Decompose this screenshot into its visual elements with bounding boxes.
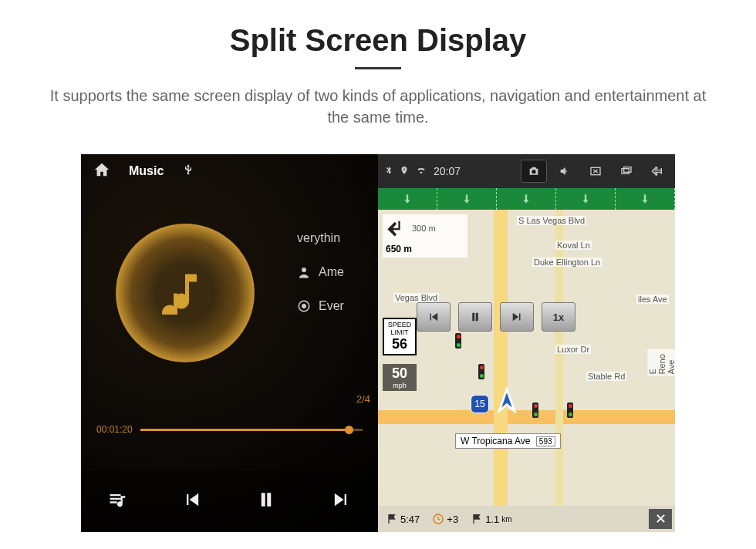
route-badge: 593: [536, 436, 555, 446]
turn-instruction-box: 300 m 650 m: [383, 214, 467, 258]
street-label: iles Ave: [636, 295, 669, 304]
distance-value: 1.1: [485, 514, 499, 525]
music-controls: [81, 470, 378, 532]
distance-unit: km: [501, 515, 511, 524]
flag-icon: [386, 513, 398, 525]
road-tropicana: [378, 410, 675, 424]
turn-distance-1: 300 m: [412, 224, 436, 233]
album-art-circle: [116, 224, 255, 362]
track-row-2[interactable]: Ame: [297, 265, 344, 279]
prev-track-icon[interactable]: [181, 489, 203, 514]
street-sign-tropicana: W Tropicana Ave 593: [455, 433, 561, 449]
svg-point-0: [302, 268, 306, 272]
screenshot-button[interactable]: [521, 160, 547, 183]
eta-value: 5:47: [400, 514, 420, 525]
track-artist: Ame: [319, 265, 344, 279]
current-speed-unit: mph: [384, 382, 415, 389]
bluetooth-icon: [384, 164, 393, 179]
distance-item[interactable]: 1.1 km: [466, 513, 516, 525]
status-bar: 20:07: [378, 154, 675, 188]
street-label: E Reno Ave: [648, 349, 676, 376]
next-track-icon[interactable]: [330, 489, 352, 514]
vehicle-cursor-icon: [494, 387, 520, 416]
overlay-prev-button[interactable]: [417, 302, 451, 332]
music-topbar: Music: [81, 154, 378, 188]
turn-left-icon: [386, 217, 407, 239]
music-panel: Music verythin Ame Ever 2/4: [81, 154, 378, 532]
svg-rect-5: [624, 167, 631, 173]
turn-distance-2: 650 m: [386, 244, 464, 254]
delay-value: +3: [447, 514, 458, 525]
speed-limit-sign: SPEED LIMIT 56: [383, 318, 417, 355]
current-speed-box: 50 mph: [383, 364, 417, 391]
nav-bottom-bar: 5:47 +3 1.1 km ✕: [378, 506, 675, 532]
arrow-down-icon: [521, 191, 532, 207]
track-list: verythin Ame Ever: [297, 231, 344, 333]
track-title: verythin: [297, 231, 340, 245]
split-screen-device: Music verythin Ame Ever 2/4: [81, 154, 675, 532]
navigation-panel: 20:07 S Las Vegas Blvd Koval Ln Duke: [378, 154, 675, 532]
svg-rect-4: [622, 169, 629, 174]
flag-icon: [471, 513, 483, 525]
volume-button[interactable]: [552, 160, 578, 183]
status-time: 20:07: [434, 165, 461, 177]
svg-point-2: [302, 305, 306, 308]
usb-icon[interactable]: [182, 162, 194, 180]
overlay-pause-button[interactable]: [458, 302, 492, 332]
interstate-shield: 15: [471, 395, 489, 413]
overlay-speed-button[interactable]: 1x: [542, 302, 575, 332]
progress-bar[interactable]: [140, 429, 363, 431]
road-lasvegas-blvd: [555, 210, 563, 506]
map-area[interactable]: S Las Vegas Blvd Koval Ln Duke Ellington…: [378, 210, 675, 506]
location-icon: [400, 164, 409, 179]
clock-icon: [432, 513, 444, 525]
street-label: Vegas Blvd: [393, 293, 439, 302]
track-index: 2/4: [356, 393, 370, 405]
street-label: S Las Vegas Blvd: [517, 216, 586, 225]
track-row-3[interactable]: Ever: [297, 299, 344, 313]
page-description: It supports the same screen display of t…: [0, 85, 756, 128]
current-speed-value: 50: [384, 365, 415, 382]
arrow-down-icon: [402, 191, 413, 207]
disc-icon: [297, 299, 311, 313]
playlist-icon[interactable]: [107, 489, 129, 514]
track-row-1[interactable]: verythin: [297, 231, 344, 245]
back-button[interactable]: [644, 160, 670, 183]
progress-thumb[interactable]: [345, 426, 353, 434]
home-icon[interactable]: [93, 161, 110, 181]
street-label: Koval Ln: [555, 241, 592, 250]
street-label: Duke Ellington Ln: [532, 258, 602, 267]
progress-row: 00:01:20: [96, 424, 363, 435]
arrow-down-icon: [580, 191, 591, 207]
pause-icon[interactable]: [255, 488, 278, 514]
overlay-next-button[interactable]: [500, 302, 534, 332]
time-elapsed: 00:01:20: [96, 424, 133, 435]
progress-fill: [140, 429, 345, 431]
arrow-down-icon: [640, 191, 650, 207]
nav-close-button[interactable]: ✕: [649, 509, 672, 529]
street-label: Luxor Dr: [555, 345, 591, 354]
recent-apps-button[interactable]: [613, 160, 640, 183]
traffic-light-icon: [455, 333, 461, 349]
eta-item[interactable]: 5:47: [381, 513, 424, 525]
wifi-icon: [415, 165, 427, 178]
map-media-overlay: 1x: [417, 302, 575, 332]
road-interstate: [494, 210, 508, 506]
traffic-light-icon: [532, 402, 538, 418]
arrow-down-icon: [461, 191, 472, 207]
delay-item[interactable]: +3: [427, 513, 463, 525]
track-album: Ever: [319, 299, 344, 313]
speed-limit-value: 56: [386, 336, 413, 352]
street-sign-text: W Tropicana Ave: [461, 436, 531, 446]
page-title: Split Screen Display: [0, 23, 756, 58]
title-underline: [355, 67, 401, 69]
street-label: Stable Rd: [586, 372, 626, 381]
music-note-icon: [162, 268, 208, 318]
lane-guidance-banner: [378, 188, 675, 210]
speed-limit-label: LIMIT: [386, 328, 413, 336]
traffic-light-icon: [567, 402, 573, 418]
close-window-button[interactable]: [582, 160, 609, 183]
person-icon: [297, 265, 311, 279]
speed-limit-label: SPEED: [386, 321, 413, 328]
music-app-title: Music: [129, 164, 164, 178]
